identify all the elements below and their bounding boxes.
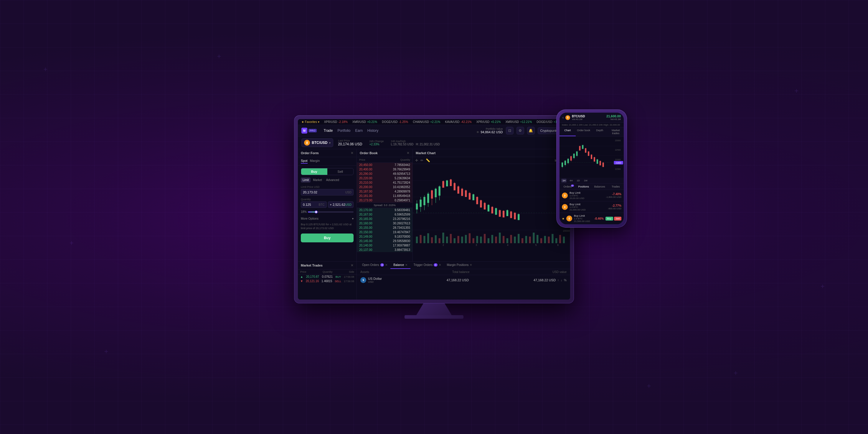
phone-mktrades-tab[interactable]: Market trades (608, 127, 624, 136)
ob-buy-row[interactable]: 20,170.009.58339481 (357, 208, 412, 212)
phone-buy-button[interactable]: Buy (606, 217, 613, 221)
svg-rect-28 (506, 238, 508, 243)
market-trades-close[interactable]: ✕ (351, 263, 353, 267)
open-orders-close[interactable]: ✕ (385, 263, 388, 266)
phone-orders-tab[interactable]: Orders 1 (559, 184, 576, 190)
ob-sell-row[interactable]: 20,450.007.78583442 (357, 163, 412, 167)
svg-rect-45 (416, 203, 418, 209)
chart-title: Market Chart (416, 151, 435, 155)
ob-sell-row[interactable]: 20,400.0039.76629949 (357, 167, 412, 172)
limit-price-input[interactable] (303, 191, 345, 194)
ob-sell-row[interactable]: 20,181.0011.69549418 (357, 194, 412, 198)
phone-price-block: 21,600.00 Vol:43.1M (607, 114, 621, 121)
ob-buy-row[interactable]: 20,155.0028.73431355 (357, 226, 412, 230)
market-tab[interactable]: Market (311, 177, 324, 182)
ob-buy-row[interactable]: 20,150.0019.46747847 (357, 230, 412, 234)
phone-order-type-1: Buy Limit (569, 191, 604, 194)
quantity-input[interactable] (303, 203, 319, 206)
trigger-orders-close[interactable]: ✕ (439, 263, 441, 266)
order-book-close[interactable]: ✕ (407, 151, 409, 155)
ob-sell-row[interactable]: 20,173.000.25804971 (357, 198, 412, 203)
phone-balances-tab[interactable]: Balances (592, 184, 608, 190)
asset-selector[interactable]: ₿ BTC/USD ▾ (302, 138, 333, 147)
margin-positions-close[interactable]: ✕ (470, 263, 472, 266)
phone-depth-tab[interactable]: Depth (592, 127, 608, 136)
ticker-item: CHAIN/USD +2.21% (413, 120, 440, 123)
market-trades-columns: Price Quantity Side (298, 269, 356, 274)
screenshot-icon-btn[interactable]: ⊡ (506, 127, 514, 135)
buy-sell-tabs: Buy Sell (301, 168, 353, 175)
ob-price-header: Price (359, 158, 365, 161)
ob-sell-row[interactable]: 20,290.0049.92954713 (357, 172, 412, 176)
total-input-row: USD (328, 201, 354, 208)
percent-icon[interactable]: % (564, 279, 566, 282)
ob-sell-row[interactable]: 20,220.005.23639634 (357, 176, 412, 180)
down-icon[interactable]: ↓ (561, 279, 562, 282)
limit-tab[interactable]: Limit (301, 177, 311, 182)
buy-button[interactable]: Buy (301, 233, 353, 242)
ob-buy-row[interactable]: 20,140.0017.95979887 (357, 243, 412, 248)
svg-rect-77 (476, 197, 478, 204)
phone-tf-1w[interactable]: 1W (583, 179, 589, 182)
nav-bar: M PRO Trade Portfolio Earn History Portf… (298, 125, 570, 137)
nav-earn[interactable]: Earn (355, 128, 363, 133)
quantity-slider[interactable] (308, 211, 353, 212)
total-input[interactable] (330, 203, 345, 206)
nav-portfolio[interactable]: Portfolio (337, 128, 350, 133)
eye-icon[interactable]: 👁 (476, 131, 479, 134)
up-icon[interactable]: ↑ (557, 279, 559, 282)
phone-positions-tab[interactable]: Positions (576, 184, 592, 190)
phone-chart-tab[interactable]: Chart (559, 127, 576, 136)
svg-rect-42 (559, 235, 561, 243)
quantity-label: Quantity (301, 198, 353, 201)
ob-buy-row[interactable]: 20,165.0023.20798216 (357, 217, 412, 221)
phone-tf-4h[interactable]: 4H (568, 179, 574, 182)
balance-row: $ US Dollar USD 47,168.22 USD 47,168.22 … (357, 275, 570, 285)
phone-order-type-3: Buy Limit (574, 214, 592, 217)
order-form-close[interactable]: ✕ (351, 151, 353, 155)
trigger-orders-tab[interactable]: Trigger Orders 4 ✕ (410, 262, 444, 269)
ob-sell-row[interactable]: 20,200.0010.41982052 (357, 185, 412, 189)
phone-trades-tab[interactable]: Trades (608, 184, 624, 190)
svg-rect-33 (525, 236, 527, 243)
spot-tab[interactable]: Spot (301, 159, 308, 164)
svg-rect-30 (514, 236, 516, 243)
more-options-toggle[interactable]: More Options ▾ (298, 216, 356, 222)
phone-back-button[interactable]: ‹ (562, 116, 564, 120)
svg-rect-23 (488, 238, 489, 243)
open-orders-tab[interactable]: Open Orders 3 ✕ (359, 262, 391, 269)
phone-order-detail-2: 1.0 BTC21,000.00 USD (569, 206, 606, 211)
nav-trade[interactable]: Trade (324, 128, 333, 133)
pencil-icon[interactable]: ✏ (421, 158, 424, 163)
notification-icon-btn[interactable]: 🔔 (527, 127, 535, 135)
crosshair-icon[interactable]: ✛ (415, 158, 418, 163)
phone-sell-button[interactable]: Sell (614, 217, 621, 221)
balance-close[interactable]: ✕ (405, 263, 407, 266)
sell-tab[interactable]: Sell (327, 168, 353, 175)
margin-tab[interactable]: Margin (310, 159, 320, 164)
ob-buy-row[interactable]: 20,149.009.18370000 (357, 234, 412, 239)
chart-header: Market Chart ✕ (413, 149, 570, 157)
ruler-icon[interactable]: 📏 (426, 158, 430, 163)
svg-text:21600: 21600 (616, 161, 621, 164)
phone-order-info-3: Buy Limit 1.0 BTC21,500.00 USD (574, 214, 592, 223)
svg-rect-140 (591, 154, 592, 159)
ob-buy-row[interactable]: 20,160.0030.26027613 (357, 221, 412, 226)
phone-star-icon[interactable]: ★ (562, 217, 564, 220)
settings-icon-btn[interactable]: ⚙ (517, 127, 524, 135)
ob-buy-row[interactable]: 20,137.003.88473913 (357, 248, 412, 252)
ob-sell-row[interactable]: 20,210.0041.75172824 (357, 180, 412, 185)
hl-label: 24h low/high (391, 140, 440, 143)
favorites-button[interactable]: ★ Favorites ▾ (302, 120, 319, 123)
ob-buy-row[interactable]: 20,145.0029.59558830 (357, 239, 412, 243)
ob-buy-row[interactable]: 20,167.006.59652599 (357, 212, 412, 217)
phone-tf-1h[interactable]: 1H (561, 179, 566, 182)
buy-tab[interactable]: Buy (301, 168, 327, 175)
advanced-tab[interactable]: Advanced (324, 177, 341, 182)
phone-tf-1d[interactable]: 1D (576, 179, 581, 182)
nav-history[interactable]: History (367, 128, 378, 133)
ob-sell-row[interactable]: 20,187.004.28909978 (357, 189, 412, 194)
margin-positions-tab[interactable]: Margin Positions ✕ (444, 262, 475, 269)
phone-orderbook-tab[interactable]: Order book (576, 127, 592, 136)
balance-tab[interactable]: Balance ✕ (391, 262, 410, 269)
